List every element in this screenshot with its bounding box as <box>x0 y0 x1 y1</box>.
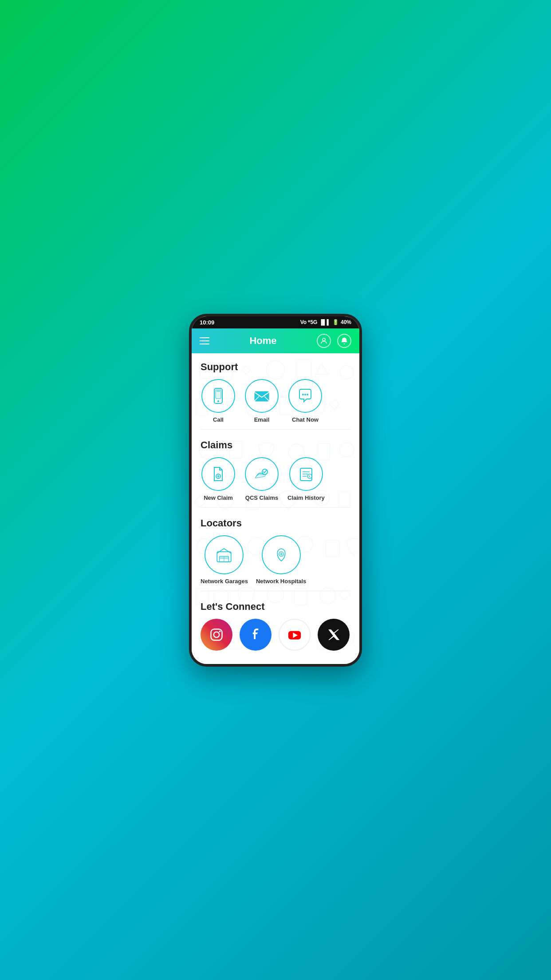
chat-icon <box>296 387 315 405</box>
new-claim-item[interactable]: New Claim <box>201 457 236 501</box>
svg-point-73 <box>214 632 220 637</box>
new-claim-label: New Claim <box>204 494 233 501</box>
call-label: Call <box>213 416 224 423</box>
divider-3 <box>201 591 350 591</box>
main-content: Support Call <box>192 353 359 664</box>
svg-point-0 <box>323 338 325 341</box>
signal-text: Vo ᵒ5G <box>300 319 318 325</box>
svg-point-74 <box>219 630 221 632</box>
divider-2 <box>201 507 350 508</box>
social-icons-row <box>201 619 350 660</box>
new-claim-icon-circle <box>201 457 235 491</box>
email-icon <box>252 387 271 405</box>
battery-pct: 40% <box>341 319 351 325</box>
claim-history-label: Claim History <box>287 494 325 501</box>
locators-section: Locators Network Garages <box>192 510 359 589</box>
qcs-claims-label: QCS Claims <box>245 494 278 501</box>
app-bar: Home <box>192 328 359 353</box>
svg-rect-49 <box>255 391 269 401</box>
qcs-claims-item[interactable]: QCS Claims <box>244 457 279 501</box>
qcs-claims-icon-circle <box>245 457 279 491</box>
svg-point-54 <box>307 394 308 395</box>
locators-title: Locators <box>201 518 350 529</box>
twitter-button[interactable] <box>318 619 350 651</box>
garage-label: Network Garages <box>201 578 248 585</box>
claims-title: Claims <box>201 439 350 451</box>
hospital-icon <box>272 545 291 564</box>
app-bar-icons <box>317 334 351 348</box>
claim-history-icon <box>297 465 315 483</box>
call-icon-circle <box>201 379 235 413</box>
svg-point-52 <box>302 394 304 395</box>
garage-icon <box>215 545 233 564</box>
claim-history-icon-circle <box>289 457 323 491</box>
divider-1 <box>201 429 350 430</box>
email-item[interactable]: Email <box>244 379 279 423</box>
profile-button[interactable] <box>317 334 331 348</box>
twitter-icon <box>325 626 342 643</box>
signal-bars: ▐▌▌ <box>319 319 331 325</box>
support-title: Support <box>201 361 350 373</box>
qcs-claims-icon <box>252 465 271 483</box>
phone-frame: 10:09 Vo ᵒ5G ▐▌▌ 🔋 40% Home <box>189 314 362 667</box>
menu-button[interactable] <box>200 337 209 344</box>
instagram-button[interactable] <box>201 619 232 651</box>
hospital-label: Network Hospitals <box>256 578 306 585</box>
social-title: Let's Connect <box>201 601 350 612</box>
facebook-icon <box>247 626 264 644</box>
chat-item[interactable]: Chat Now <box>287 379 323 423</box>
garage-icon-circle <box>205 535 244 574</box>
call-item[interactable]: Call <box>201 379 236 423</box>
chat-label: Chat Now <box>292 416 319 423</box>
network-garages-item[interactable]: Network Garages <box>201 535 248 585</box>
new-claim-icon <box>209 465 228 483</box>
social-section: Let's Connect <box>192 593 359 664</box>
hospital-icon-circle <box>262 535 301 574</box>
instagram-icon <box>208 626 225 644</box>
youtube-button[interactable] <box>279 619 311 651</box>
email-icon-circle <box>245 379 279 413</box>
facebook-button[interactable] <box>240 619 272 651</box>
network-hospitals-item[interactable]: Network Hospitals <box>256 535 306 585</box>
bell-button[interactable] <box>337 334 351 348</box>
email-label: Email <box>254 416 270 423</box>
locators-icons-row: Network Garages Network Hospitals <box>201 535 350 585</box>
support-icons-row: Call Email <box>201 379 350 423</box>
phone-icon <box>209 387 228 405</box>
chat-icon-circle <box>288 379 322 413</box>
claims-icons-row: New Claim QCS Claims <box>201 457 350 501</box>
support-section: Support Call <box>192 353 359 427</box>
battery: 🔋 <box>332 319 339 325</box>
claims-section: Claims New Claim <box>192 431 359 506</box>
status-bar: 10:09 Vo ᵒ5G ▐▌▌ 🔋 40% <box>192 316 359 328</box>
time: 10:09 <box>200 319 214 326</box>
claim-history-item[interactable]: Claim History <box>287 457 325 501</box>
svg-point-53 <box>304 394 306 395</box>
status-icons: Vo ᵒ5G ▐▌▌ 🔋 40% <box>300 319 351 325</box>
page-title: Home <box>249 335 276 347</box>
youtube-icon <box>286 626 303 643</box>
svg-point-47 <box>217 400 219 402</box>
